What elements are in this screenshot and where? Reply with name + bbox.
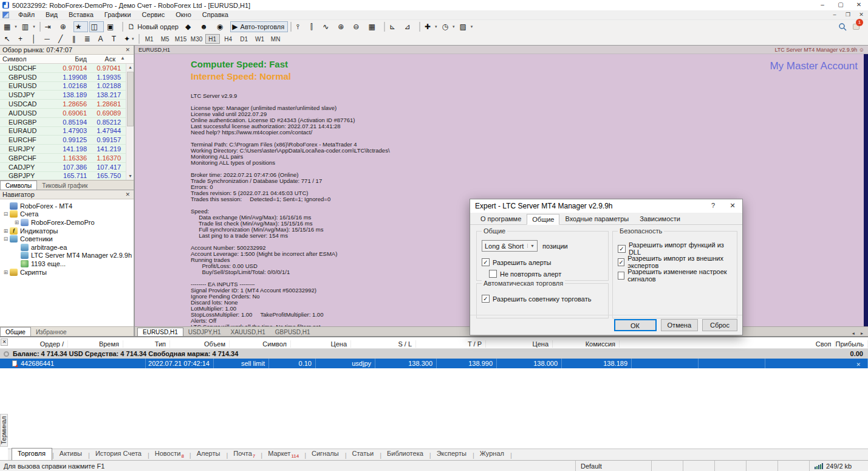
timeframe-button[interactable]: M5 bbox=[158, 34, 173, 44]
timeframe-button[interactable]: M30 bbox=[190, 34, 204, 44]
menu-item[interactable]: Вид bbox=[40, 10, 63, 19]
separator[interactable] bbox=[419, 22, 420, 32]
balance-row[interactable]: Баланс: 4 714.34 USD Средства: 4 714.34 … bbox=[0, 349, 868, 359]
dialog-tab[interactable]: О программе bbox=[475, 213, 527, 224]
symbol-row[interactable]: AUDUSD 0.69061 0.69089 bbox=[0, 109, 126, 118]
column-header[interactable]: Объем bbox=[170, 340, 230, 348]
terminal-tab[interactable]: История Счета bbox=[90, 449, 148, 460]
terminal-tab[interactable]: Активы bbox=[54, 449, 88, 460]
chart-shift-toggle[interactable]: ⊕ bbox=[58, 21, 72, 32]
terminal-tab[interactable]: Торговля bbox=[12, 448, 52, 460]
checkbox-row[interactable]: Не повторять алерт bbox=[489, 270, 561, 278]
trendline-tool[interactable]: ╱ bbox=[55, 33, 67, 44]
scroll-down-icon[interactable]: ▼ bbox=[126, 173, 134, 180]
symbol-row[interactable]: EURAUD 1.47903 1.47944 bbox=[0, 127, 126, 136]
symbol-row[interactable]: EURCHF 0.99125 0.99157 bbox=[0, 136, 126, 145]
terminal-tab[interactable]: Новости8 bbox=[149, 449, 190, 460]
dialog-tab[interactable]: Общие bbox=[527, 214, 559, 225]
market-watch-tab[interactable]: Тиковый график bbox=[37, 182, 92, 190]
dialog-tab[interactable]: Зависимости bbox=[634, 213, 686, 224]
checkbox-row[interactable]: ✓ Разрешить алерты bbox=[482, 258, 552, 266]
channel-tool[interactable]: ∥ bbox=[69, 33, 81, 44]
terminal-tab[interactable]: Библиотека bbox=[381, 449, 429, 460]
close-icon[interactable]: ✕ bbox=[124, 47, 131, 53]
tree-expander-icon[interactable]: ⊞ bbox=[2, 228, 9, 234]
checkbox-row[interactable]: ✓ Разрешить советнику торговать bbox=[482, 295, 591, 303]
checkbox[interactable] bbox=[618, 272, 624, 280]
separator[interactable] bbox=[290, 22, 292, 32]
symbol-row[interactable]: USDJPY 138.189 138.217 bbox=[0, 91, 126, 100]
symbol-row[interactable]: GBPCHF 1.16336 1.16370 bbox=[0, 154, 126, 163]
column-ask[interactable]: Аск bbox=[89, 55, 118, 63]
zoom-out-button[interactable]: ⊖ bbox=[351, 21, 365, 32]
symbol-row[interactable]: USDCHF 0.97014 0.97041 bbox=[0, 64, 126, 73]
symbol-row[interactable]: EURJPY 141.198 141.219 bbox=[0, 145, 126, 154]
separator[interactable] bbox=[384, 22, 385, 32]
menu-item[interactable]: Графики bbox=[99, 10, 137, 19]
column-bid[interactable]: Бид bbox=[55, 55, 89, 63]
tree-item[interactable]: ⊞ RoboForex-DemoPro bbox=[0, 218, 134, 227]
column-header[interactable]: T / P bbox=[416, 340, 486, 348]
column-header[interactable]: Цена bbox=[486, 340, 553, 348]
terminal-tab[interactable]: Журнал bbox=[474, 449, 510, 460]
tile-windows-button[interactable]: ▦ bbox=[366, 21, 381, 32]
checkbox-row[interactable]: ✓ Разрешить импорт функций из DLL bbox=[618, 241, 737, 256]
shapes-tool[interactable]: ✦ ▾ bbox=[122, 33, 136, 44]
dialog-close-button[interactable]: ✕ bbox=[723, 199, 742, 213]
new-order-button[interactable]: 🗋 Новый ордер bbox=[126, 21, 182, 32]
column-header[interactable]: Тип bbox=[123, 340, 170, 348]
checkbox[interactable]: ✓ bbox=[482, 295, 490, 303]
column-header[interactable]: Время bbox=[68, 340, 123, 348]
strategy-tester-toggle[interactable]: ☻ bbox=[198, 21, 214, 32]
terminal-tab[interactable]: Алерты bbox=[191, 449, 227, 460]
terminal-tab[interactable]: Сигналы bbox=[306, 449, 345, 460]
tree-expander-icon[interactable]: ⊟ bbox=[2, 236, 9, 242]
vertical-line-tool[interactable]: │ bbox=[29, 33, 41, 44]
dialog-tab[interactable]: Входные параметры bbox=[559, 213, 634, 224]
positions-select[interactable]: Long & Short ▼ bbox=[482, 240, 538, 252]
crosshair-tool[interactable]: + bbox=[15, 33, 27, 44]
cursor-tool[interactable]: ↖ bbox=[2, 33, 14, 44]
separator[interactable] bbox=[39, 22, 41, 32]
symbol-row[interactable]: USDCAD 1.28656 1.28681 bbox=[0, 100, 126, 109]
minimize-button[interactable]: – bbox=[813, 0, 832, 10]
new-chart-button[interactable]: ▦ ▾ bbox=[2, 21, 19, 32]
terminal-close-icon[interactable]: ✕ bbox=[1, 339, 8, 346]
scrollbar-thumb[interactable] bbox=[127, 72, 134, 126]
symbol-row[interactable]: EURGBP 0.85194 0.85212 bbox=[0, 118, 126, 127]
text-tool[interactable]: A bbox=[95, 33, 108, 44]
auto-trading-button[interactable]: ▶ Авто-торговля bbox=[230, 21, 288, 32]
chart-scrollbar[interactable] bbox=[864, 54, 868, 326]
timeframe-button[interactable]: M1 bbox=[142, 34, 157, 44]
indicators-button[interactable]: ✚ ▾ bbox=[423, 21, 439, 32]
timeframe-button[interactable]: D1 bbox=[237, 34, 251, 44]
checkbox[interactable]: ✓ bbox=[618, 245, 626, 253]
tree-item[interactable]: ⊟ Советники bbox=[0, 235, 134, 243]
tree-item[interactable]: ⊟ Счета bbox=[0, 210, 134, 219]
periods-button[interactable]: ◷ ▾ bbox=[440, 21, 456, 32]
tree-item[interactable]: 1193 еще... bbox=[0, 260, 134, 268]
menu-item[interactable]: Вставка bbox=[63, 10, 99, 19]
status-profile[interactable]: Default bbox=[575, 461, 651, 471]
tab-scroll-arrows[interactable]: ◂ ▸ bbox=[852, 331, 866, 336]
dialog-title-bar[interactable]: Expert - LTC Server MT4 Manager v2.9.9h … bbox=[470, 199, 742, 213]
column-header[interactable]: S / L bbox=[351, 340, 416, 348]
menu-item[interactable]: Справка bbox=[197, 10, 234, 19]
terminal-toggle[interactable]: ◆ bbox=[183, 21, 197, 32]
symbol-row[interactable]: GBPUSD 1.19908 1.19935 bbox=[0, 73, 126, 82]
symbol-row[interactable]: GBPJPY 165.711 165.750 bbox=[0, 172, 126, 180]
timeframe-button[interactable]: W1 bbox=[253, 34, 267, 44]
child-restore-button[interactable]: ❐ bbox=[841, 11, 855, 19]
close-button[interactable]: ✕ bbox=[850, 0, 868, 10]
timeframe-button[interactable]: MN bbox=[268, 34, 283, 44]
chart-tab[interactable]: USDJPY,H1 bbox=[183, 328, 226, 336]
checkbox-row[interactable]: ✓ Разрешить импорт из внешних экспертов bbox=[618, 255, 737, 269]
arrange-down-button[interactable]: ⊿ bbox=[403, 21, 417, 32]
terminal-tab[interactable]: Статьи bbox=[347, 449, 380, 460]
checkbox-row[interactable]: Разрешить изменение настроек сигналов bbox=[618, 268, 737, 283]
column-header[interactable]: Ордер / bbox=[0, 340, 68, 348]
chart-window-icon[interactable] bbox=[2, 12, 9, 18]
market-watch-scrollbar[interactable]: ▲ ▼ bbox=[126, 64, 134, 180]
ok-button[interactable]: ОК bbox=[614, 319, 657, 331]
child-minimize-button[interactable]: – bbox=[828, 11, 841, 19]
